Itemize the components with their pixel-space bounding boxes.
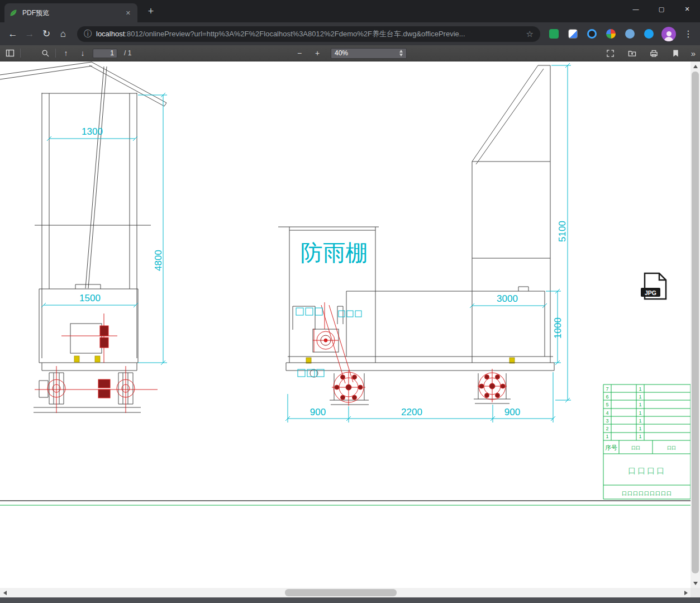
dim-4800-label: 4800 [153,250,164,271]
dim-1300-label: 1300 [82,126,103,137]
scroll-up-button[interactable] [691,61,700,71]
url-host: localhost [96,30,125,38]
bookmark-icon [672,49,679,58]
cad-drawing: 1300 4800 1500 [0,61,691,588]
page-up-button[interactable]: ↑ [59,46,73,60]
tb-row-qty: 1 [639,394,641,400]
scroll-right-button[interactable] [681,588,691,597]
pdf-toolbar-center: − + 40% [293,45,407,61]
scroll-down-button[interactable] [691,578,700,588]
open-file-button[interactable] [626,46,639,60]
address-bar[interactable]: ⓘ localhost:8012/onlinePreview?url=http%… [77,26,540,42]
person-icon [661,27,676,41]
toolbar-separator-2 [55,49,56,58]
new-tab-button[interactable]: + [144,6,158,17]
url-text: localhost:8012/onlinePreview?url=http%3A… [96,29,522,39]
scroll-left-icon [3,591,7,595]
fullscreen-icon [606,49,615,58]
vertical-scrollbar[interactable] [691,61,700,588]
minimize-button[interactable]: — [623,0,649,18]
vertical-scroll-thumb[interactable] [692,72,699,573]
horizontal-scroll-thumb[interactable] [285,589,397,596]
profile-avatar[interactable] [660,25,678,43]
yellow-clamps [74,356,515,363]
extension-6-glyph [644,29,654,39]
tb-row-qty: 1 [639,426,641,431]
close-button[interactable]: ✕ [674,0,700,18]
page-number-input[interactable] [93,49,117,58]
extension-3-glyph [587,29,597,39]
tb-row-no: 2 [606,426,608,431]
search-button[interactable] [39,46,52,60]
maximize-button[interactable]: ▢ [649,0,674,18]
extension-icon-1[interactable] [546,26,561,42]
tab-title: PDF预览 [22,8,119,18]
dim-5100-label: 5100 [557,221,568,242]
page-count-label: / 1 [124,49,131,57]
zoom-out-button[interactable]: − [293,46,306,60]
extension-icon-2[interactable] [565,26,580,42]
sidebar-toggle-icon [6,49,15,58]
tb-row-no: 3 [606,418,608,424]
presentation-mode-button[interactable] [604,46,617,60]
reload-icon[interactable]: ↻ [38,26,55,42]
browser-tab[interactable]: PDF预览 ✕ [4,3,137,22]
pdf-toolbar-right: » [604,45,696,61]
dim-3000-label: 3000 [497,293,518,304]
jpg-file-icon: JPG [641,273,666,299]
browser-menu-icon[interactable]: ⋮ [681,29,696,39]
more-tools-icon[interactable]: » [691,49,696,58]
printer-icon [650,49,658,58]
print-button[interactable] [647,46,661,60]
forward-icon[interactable]: → [21,26,38,42]
sidebar-toggle-button[interactable] [3,46,17,60]
extension-2-glyph [568,29,578,39]
tb-row-no: 1 [606,434,608,439]
bookmark-button[interactable] [669,46,683,60]
spinner-up [399,50,403,53]
window-controls: — ▢ ✕ [623,0,700,18]
zoom-spinner-icon [399,50,403,56]
dim-1500-label: 1500 [79,293,101,303]
scroll-down-icon [693,582,698,585]
side-view-red-parts [313,302,507,406]
extension-icon-5[interactable] [622,26,637,42]
extension-icon-4[interactable] [603,26,618,42]
tb-row-qty: 1 [639,434,641,439]
zoom-in-button[interactable]: + [311,46,324,60]
tb-row-no: 6 [606,394,608,400]
side-view [278,65,554,405]
site-info-icon[interactable]: ⓘ [84,29,92,39]
tb-row-no: 5 [606,402,608,407]
extension-4-glyph [606,29,616,39]
page-down-button[interactable]: ↓ [76,46,89,60]
scrollbar-corner [691,588,700,597]
open-folder-icon [628,49,636,58]
tb-row-qty: 1 [639,386,641,392]
bookmark-star-icon[interactable]: ☆ [526,29,534,39]
scroll-right-icon [684,591,688,595]
horizontal-scrollbar[interactable] [0,588,691,597]
tab-close-icon[interactable]: ✕ [123,8,133,18]
title-block: 7 1 6 1 5 1 4 1 3 1 2 1 1 1 序号 口口 口口 [0,384,691,505]
scroll-left-button[interactable] [0,588,9,597]
extension-icon-3[interactable] [584,26,599,42]
dim-2200-label: 2200 [401,407,422,417]
nav-toolbar: ← → ↻ ⌂ ⓘ localhost:8012/onlinePreview?u… [0,22,700,45]
tb-header-no: 序号 [605,444,617,451]
back-icon[interactable]: ← [4,26,21,42]
pdf-toolbar: ↑ ↓ / 1 − + 40% [0,45,700,61]
extension-icon-6[interactable] [641,26,656,42]
zoom-select[interactable]: 40% [331,48,407,59]
dim-900-right-label: 900 [504,407,520,417]
shelter-label: 防雨棚 [301,240,368,265]
avatar-body [664,37,673,41]
dim-1000-label: 1000 [553,317,563,339]
search-icon [41,49,50,58]
browser-window: PDF预览 ✕ + — ▢ ✕ ← → ↻ ⌂ ⓘ localhost:8012… [0,0,700,603]
avatar-head [666,31,672,36]
tb-header-col2: 口口 [631,445,640,450]
tb-row-no: 4 [606,410,608,416]
pdf-page-area[interactable]: 1300 4800 1500 [0,61,691,588]
home-icon[interactable]: ⌂ [55,26,72,42]
